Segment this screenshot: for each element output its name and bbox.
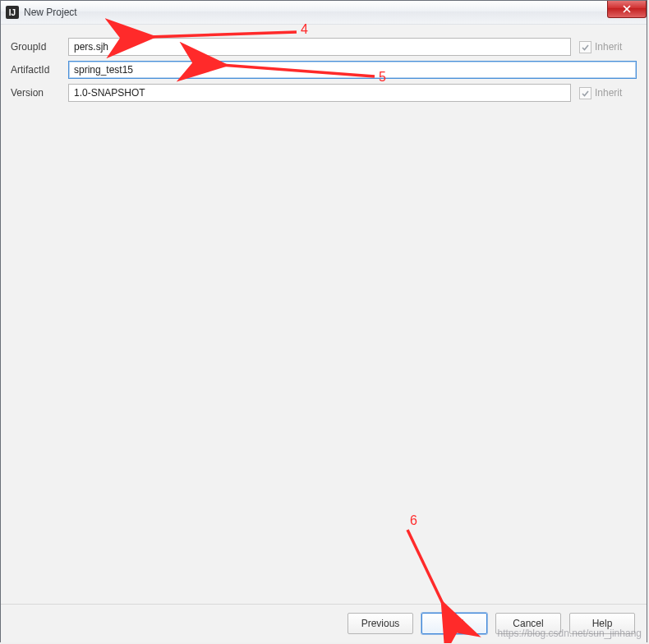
title-bar: IJ New Project bbox=[1, 1, 647, 25]
close-icon bbox=[622, 5, 632, 13]
close-button[interactable] bbox=[607, 1, 647, 18]
cancel-button[interactable]: Cancel bbox=[495, 613, 561, 634]
button-bar: Previous Next Cancel Help bbox=[1, 604, 647, 642]
content-area: GroupId Inherit ArtifactId Version bbox=[1, 25, 647, 642]
artifactid-input[interactable] bbox=[68, 61, 637, 79]
new-project-window: IJ New Project GroupId Inherit bbox=[0, 0, 647, 642]
groupid-inherit-label: Inherit bbox=[595, 41, 622, 53]
help-button[interactable]: Help bbox=[569, 613, 635, 634]
next-button[interactable]: Next bbox=[421, 613, 487, 634]
check-icon bbox=[581, 89, 590, 98]
artifactid-label: ArtifactId bbox=[11, 64, 68, 76]
groupid-row: GroupId Inherit bbox=[11, 38, 637, 56]
version-inherit-wrap: Inherit bbox=[579, 87, 637, 99]
version-input[interactable] bbox=[68, 84, 571, 102]
previous-button[interactable]: Previous bbox=[348, 613, 413, 634]
groupid-inherit-wrap: Inherit bbox=[579, 41, 637, 53]
groupid-input[interactable] bbox=[68, 38, 571, 56]
version-inherit-label: Inherit bbox=[595, 87, 622, 99]
intellij-icon: IJ bbox=[6, 6, 19, 19]
artifactid-row: ArtifactId bbox=[11, 61, 637, 79]
version-label: Version bbox=[11, 87, 68, 99]
groupid-inherit-checkbox bbox=[579, 41, 591, 53]
version-inherit-checkbox bbox=[579, 87, 591, 99]
groupid-label: GroupId bbox=[11, 41, 68, 53]
check-icon bbox=[581, 43, 590, 52]
version-row: Version Inherit bbox=[11, 84, 637, 102]
window-title: New Project bbox=[24, 7, 77, 18]
